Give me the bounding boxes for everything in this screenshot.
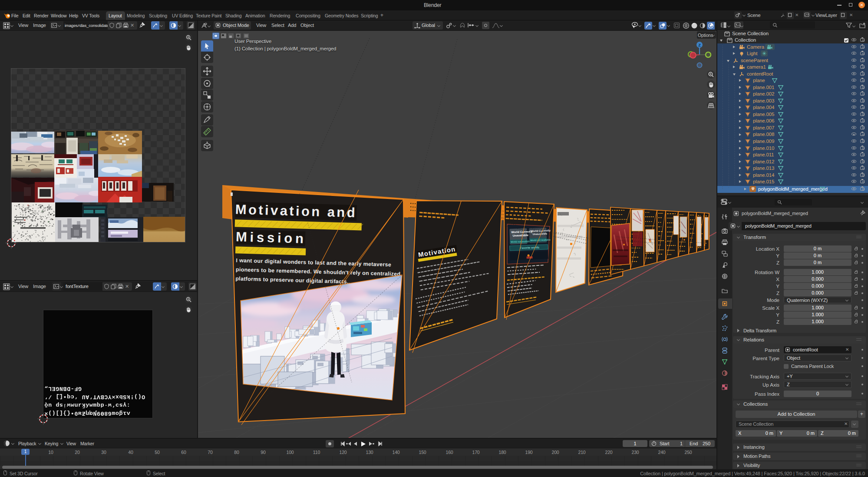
svg-text:Unavailable: Unavailable — [533, 232, 548, 235]
svg-text:Z: Z — [698, 43, 701, 47]
svg-text:Unavailable: Unavailable — [513, 233, 529, 237]
